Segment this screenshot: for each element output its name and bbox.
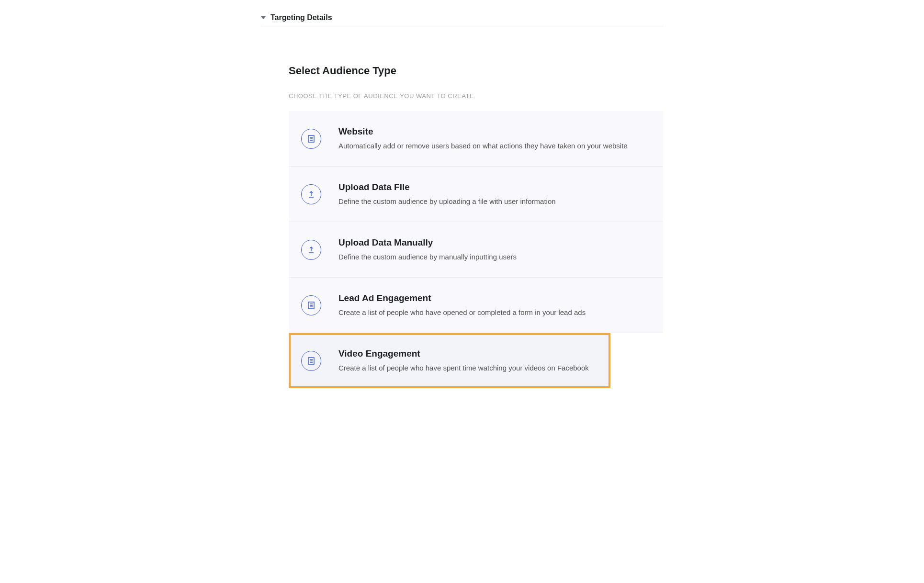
section-title: Targeting Details [270, 13, 332, 22]
page-title: Select Audience Type [289, 65, 663, 77]
chevron-down-icon [261, 16, 266, 19]
option-description: Create a list of people who have spent t… [338, 363, 589, 373]
option-title: Upload Data File [338, 182, 556, 192]
option-title: Video Engagement [338, 348, 589, 359]
upload-icon [301, 184, 321, 204]
option-website[interactable]: Website Automatically add or remove user… [289, 111, 663, 167]
option-upload-data-manually[interactable]: Upload Data Manually Define the custom a… [289, 222, 663, 278]
option-description: Define the custom audience by uploading … [338, 196, 556, 206]
option-title: Website [338, 126, 628, 137]
option-description: Define the custom audience by manually i… [338, 252, 517, 262]
document-icon [301, 295, 321, 315]
document-icon [301, 129, 321, 149]
option-description: Create a list of people who have opened … [338, 307, 586, 317]
option-title: Upload Data Manually [338, 237, 517, 248]
option-video-engagement[interactable]: Video Engagement Create a list of people… [289, 333, 610, 388]
option-upload-data-file[interactable]: Upload Data File Define the custom audie… [289, 167, 663, 222]
upload-icon [301, 240, 321, 260]
page-subtitle: CHOOSE THE TYPE OF AUDIENCE YOU WANT TO … [289, 92, 663, 100]
option-title: Lead Ad Engagement [338, 293, 586, 303]
document-icon [301, 351, 321, 371]
audience-type-list: Website Automatically add or remove user… [289, 111, 663, 388]
option-description: Automatically add or remove users based … [338, 141, 628, 151]
option-lead-ad-engagement[interactable]: Lead Ad Engagement Create a list of peop… [289, 278, 663, 333]
section-header-targeting-details[interactable]: Targeting Details [261, 10, 663, 26]
